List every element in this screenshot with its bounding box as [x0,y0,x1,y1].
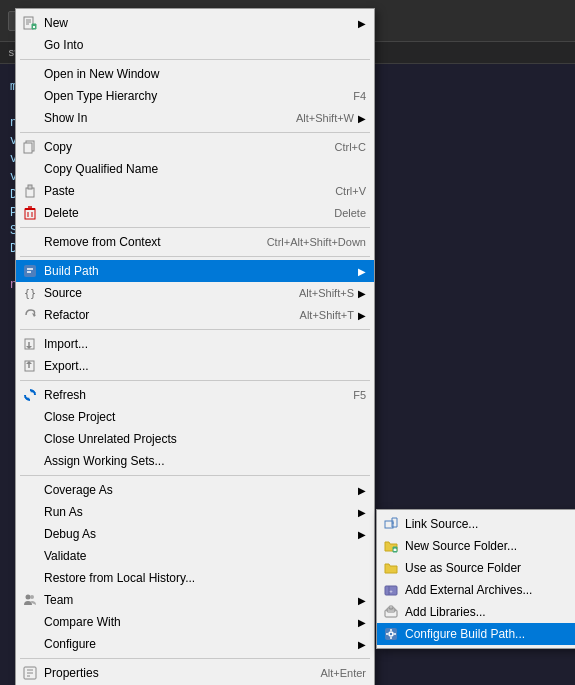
menu-item-refactor[interactable]: Refactor Alt+Shift+T ▶ [16,304,374,326]
svg-point-48 [30,595,34,599]
menu-item-source[interactable]: {} Source Alt+Shift+S ▶ [16,282,374,304]
menu-item-team[interactable]: Team ▶ [16,589,374,611]
submenu-label-configure-build-path: Configure Build Path... [405,627,575,641]
shortcut-refresh: F5 [353,389,366,401]
submenu-item-add-external-archives[interactable]: + Add External Archives... [377,579,575,601]
menu-item-restore-history[interactable]: Restore from Local History... [16,567,374,589]
menu-item-remove-context[interactable]: Remove from Context Ctrl+Alt+Shift+Down [16,231,374,253]
menu-item-close-project[interactable]: Close Project [16,406,374,428]
shortcut-source: Alt+Shift+S [299,287,354,299]
menu-item-open-type-hierarchy[interactable]: Open Type Hierarchy F4 [16,85,374,107]
submenu-label-add-libraries: Add Libraries... [405,605,575,619]
shortcut-properties: Alt+Enter [320,667,366,679]
menu-label-import: Import... [44,337,366,351]
delete-icon [20,203,40,223]
menu-item-go-into[interactable]: Go Into [16,34,374,56]
shortcut-show-in: Alt+Shift+W [296,112,354,124]
svg-rect-8 [24,143,32,153]
arrow-team: ▶ [358,595,366,606]
svg-rect-10 [28,185,32,189]
menu-label-configure: Configure [44,637,354,651]
arrow-new: ▶ [358,18,366,29]
new-icon [20,13,40,33]
svg-rect-11 [25,209,35,219]
menu-label-show-in: Show In [44,111,276,125]
shortcut-copy: Ctrl+C [335,141,366,153]
separator-1 [20,59,370,60]
arrow-source: ▶ [358,288,366,299]
arrow-debug-as: ▶ [358,529,366,540]
arrow-show-in: ▶ [358,113,366,124]
menu-item-refresh[interactable]: Refresh F5 [16,384,374,406]
menu-label-remove-context: Remove from Context [44,235,247,249]
add-libraries-icon [381,602,401,622]
menu-label-close-unrelated: Close Unrelated Projects [44,432,366,446]
svg-text:+: + [389,588,393,594]
submenu-label-link-source: Link Source... [405,517,575,531]
shortcut-remove-context: Ctrl+Alt+Shift+Down [267,236,366,248]
menu-item-properties[interactable]: Properties Alt+Enter [16,662,374,684]
paste-icon [20,181,40,201]
menu-item-compare-with[interactable]: Compare With ▶ [16,611,374,633]
menu-item-open-new-window[interactable]: Open in New Window [16,63,374,85]
menu-item-show-in[interactable]: Show In Alt+Shift+W ▶ [16,107,374,129]
menu-label-properties: Properties [44,666,300,680]
menu-item-paste[interactable]: Paste Ctrl+V [16,180,374,202]
arrow-configure: ▶ [358,639,366,650]
menu-item-import[interactable]: Import... [16,333,374,355]
menu-label-paste: Paste [44,184,315,198]
menu-label-open-new-window: Open in New Window [44,67,366,81]
menu-item-validate[interactable]: Validate [16,545,374,567]
build-path-icon [20,261,40,281]
menu-label-delete: Delete [44,206,314,220]
menu-item-debug-as[interactable]: Debug As ▶ [16,523,374,545]
menu-label-coverage-as: Coverage As [44,483,354,497]
arrow-coverage-as: ▶ [358,485,366,496]
menu-item-new[interactable]: New ▶ [16,12,374,34]
shortcut-paste: Ctrl+V [335,185,366,197]
copy-icon [20,137,40,157]
menu-label-copy-qualified: Copy Qualified Name [44,162,366,176]
menu-item-configure[interactable]: Configure ▶ [16,633,374,655]
submenu-item-use-source-folder[interactable]: Use as Source Folder [377,557,575,579]
menu-item-copy-qualified[interactable]: Copy Qualified Name [16,158,374,180]
arrow-run-as: ▶ [358,507,366,518]
menu-label-refactor: Refactor [44,308,280,322]
menu-item-run-as[interactable]: Run As ▶ [16,501,374,523]
submenu-label-use-source-folder: Use as Source Folder [405,561,575,575]
add-archives-icon: + [381,580,401,600]
menu-item-close-unrelated[interactable]: Close Unrelated Projects [16,428,374,450]
build-path-submenu: Link Source... New Source Folder... Use … [376,509,575,649]
submenu-item-configure-build-path[interactable]: Configure Build Path... [377,623,575,645]
menu-label-validate: Validate [44,549,366,563]
menu-label-assign-working-sets: Assign Working Sets... [44,454,366,468]
menu-item-delete[interactable]: Delete Delete [16,202,374,224]
shortcut-open-type: F4 [353,90,366,102]
separator-2 [20,132,370,133]
menu-label-new: New [44,16,354,30]
source-icon: {} [20,283,40,303]
menu-label-source: Source [44,286,279,300]
menu-item-assign-working-sets[interactable]: Assign Working Sets... [16,450,374,472]
refresh-icon [20,385,40,405]
menu-item-coverage-as[interactable]: Coverage As ▶ [16,479,374,501]
menu-label-refresh: Refresh [44,388,333,402]
menu-item-copy[interactable]: Copy Ctrl+C [16,136,374,158]
submenu-item-new-source-folder[interactable]: New Source Folder... [377,535,575,557]
menu-label-compare-with: Compare With [44,615,354,629]
configure-icon [381,624,401,644]
separator-3 [20,227,370,228]
separator-4 [20,256,370,257]
menu-label-close-project: Close Project [44,410,366,424]
submenu-item-add-libraries[interactable]: Add Libraries... [377,601,575,623]
menu-item-build-path[interactable]: Build Path ▶ [16,260,374,282]
team-icon [20,590,40,610]
submenu-item-link-source[interactable]: Link Source... [377,513,575,535]
svg-text:{}: {} [24,288,36,299]
shortcut-delete: Delete [334,207,366,219]
arrow-build-path: ▶ [358,266,366,277]
menu-item-export[interactable]: Export... [16,355,374,377]
separator-7 [20,475,370,476]
menu-label-team: Team [44,593,354,607]
new-source-icon [381,536,401,556]
